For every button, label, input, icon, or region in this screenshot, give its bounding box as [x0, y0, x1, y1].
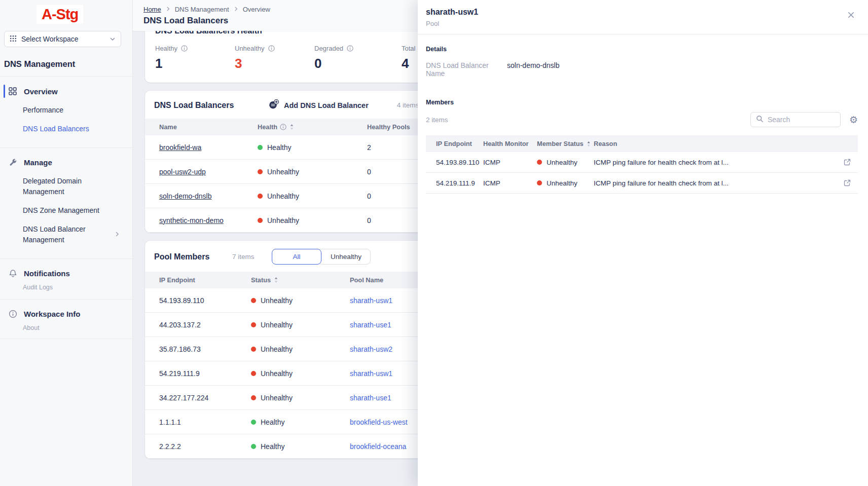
- stat-value: 0: [314, 56, 394, 71]
- pool-name-link[interactable]: brookfield-us-west: [350, 418, 408, 426]
- nav-head-label: Workspace Info: [24, 310, 80, 318]
- sort-icon[interactable]: [273, 277, 279, 283]
- sidebar-item-notifications[interactable]: Notifications: [0, 264, 132, 283]
- sidebar-item-delegated-domain-management[interactable]: Delegated Domain Management: [0, 172, 106, 201]
- lb-name-link[interactable]: pool-usw2-udp: [159, 168, 206, 176]
- info-icon[interactable]: [181, 45, 188, 52]
- grid-dots-icon: [10, 35, 17, 44]
- detail-row: DNS Load Balancer Name soln-demo-dnslb: [426, 61, 858, 78]
- stat-label: Healthy: [155, 45, 235, 52]
- sidebar-item-performance[interactable]: Performance: [0, 101, 132, 120]
- sidebar-item-workspace-info[interactable]: Workspace Info: [0, 305, 132, 323]
- info-icon[interactable]: [347, 45, 353, 52]
- column-health-monitor: Health Monitor: [483, 140, 537, 147]
- info-icon[interactable]: [268, 45, 275, 52]
- lb-name-link[interactable]: synthetic-mon-demo: [159, 216, 224, 225]
- close-icon[interactable]: [847, 11, 855, 19]
- nav-group-notifications: Notifications Audit Logs: [0, 259, 132, 299]
- pool-name-link[interactable]: sharath-usw2: [350, 345, 392, 353]
- sidebar-item-overview[interactable]: Overview: [0, 82, 132, 101]
- status-label: Unhealthy: [547, 179, 577, 187]
- sidebar-item-manage[interactable]: Manage: [0, 153, 132, 172]
- members-toolbar: 2 items ⚙: [426, 112, 858, 127]
- items-count: 2 items: [426, 116, 448, 124]
- details-heading: Details: [426, 46, 858, 53]
- sidebar-item-dns-load-balancers[interactable]: DNS Load Balancers: [0, 120, 132, 138]
- sidebar-item-audit-logs[interactable]: Audit Logs: [0, 283, 132, 294]
- info-icon[interactable]: [280, 124, 286, 130]
- sort-icon[interactable]: [289, 124, 295, 130]
- pool-name-link[interactable]: sharath-usw1: [350, 369, 392, 378]
- panel-header: sharath-usw1 Pool: [418, 0, 868, 34]
- health-status: Unhealthy: [258, 192, 367, 200]
- health-monitor: ICMP: [483, 179, 537, 187]
- detail-panel: sharath-usw1 Pool Details DNS Load Balan…: [418, 0, 868, 486]
- ip-endpoint: 54.193.89.110: [159, 296, 251, 305]
- status-dot: [251, 298, 256, 303]
- stat-label: Unhealthy: [235, 45, 314, 52]
- pool-name-link[interactable]: sharath-use1: [350, 394, 391, 402]
- pool-name-link[interactable]: sharath-use1: [350, 321, 391, 329]
- panel-body: Details DNS Load Balancer Name soln-demo…: [418, 46, 868, 194]
- nav-group-overview: Overview Performance DNS Load Balancers: [0, 77, 132, 147]
- column-status: Status: [251, 276, 350, 284]
- pool-name-link[interactable]: sharath-usw1: [350, 296, 392, 305]
- stat-value: 3: [235, 56, 314, 71]
- nav-head-label: Overview: [24, 87, 58, 96]
- items-count: 4 items: [397, 101, 419, 109]
- sidebar: A-Stg Select Workspace DNS Management Ov…: [0, 0, 133, 486]
- stat-label-text: Total: [402, 45, 415, 52]
- status-filter-toggle: All Unhealthy: [272, 249, 371, 265]
- workspace-selector[interactable]: Select Workspace: [4, 31, 121, 47]
- status-dot: [258, 169, 263, 174]
- status-label: Unhealthy: [267, 168, 299, 176]
- breadcrumb-dns-management[interactable]: DNS Management: [175, 6, 229, 13]
- app-logo: A-Stg: [37, 5, 83, 24]
- status-label: Unhealthy: [261, 296, 293, 305]
- lb-name-link[interactable]: soln-demo-dnslb: [159, 192, 212, 200]
- member-status: Unhealthy: [251, 296, 350, 305]
- gear-icon[interactable]: ⚙: [849, 115, 858, 125]
- search-box[interactable]: [750, 112, 841, 127]
- status-dot: [537, 180, 542, 185]
- add-dns-load-balancer-button[interactable]: Add DNS Load Balancer: [268, 99, 369, 111]
- reason-cell: ICMP ping failure for health check from …: [594, 179, 858, 187]
- detail-label: DNS Load Balancer Name: [426, 61, 507, 78]
- items-count: 7 items: [232, 253, 272, 260]
- reason-text: ICMP ping failure for health check from …: [594, 159, 729, 166]
- stat-value: 1: [155, 56, 235, 71]
- ip-endpoint: 44.203.137.2: [159, 321, 251, 329]
- bell-icon: [8, 269, 17, 278]
- add-button-label: Add DNS Load Balancer: [284, 101, 369, 109]
- status-dot: [258, 194, 263, 199]
- member-status: Unhealthy: [537, 159, 594, 166]
- wrench-icon: [8, 158, 17, 167]
- member-status: Healthy: [251, 442, 350, 451]
- breadcrumb-overview[interactable]: Overview: [243, 6, 270, 13]
- workspace-selector-label: Select Workspace: [21, 35, 79, 43]
- external-link-icon[interactable]: [839, 159, 851, 166]
- breadcrumb-home[interactable]: Home: [143, 6, 161, 13]
- pool-name-link[interactable]: brookfield-oceana: [350, 442, 406, 451]
- status-dot: [251, 395, 256, 400]
- filter-all-button[interactable]: All: [272, 249, 321, 265]
- search-input[interactable]: [768, 116, 835, 124]
- active-indicator-bar: [4, 308, 5, 320]
- filter-unhealthy-button[interactable]: Unhealthy: [318, 249, 371, 265]
- status-dot: [251, 444, 256, 449]
- health-status: Healthy: [258, 143, 367, 152]
- column-ip-endpoint: IP Endpoint: [436, 140, 483, 147]
- sort-icon[interactable]: [586, 141, 591, 147]
- ip-endpoint: 1.1.1.1: [159, 418, 251, 426]
- external-link-icon[interactable]: [839, 179, 851, 186]
- table-body: 54.193.89.110 ICMP Unhealthy ICMP ping f…: [426, 152, 858, 194]
- lb-name-link[interactable]: brookfield-wa: [159, 143, 201, 152]
- sidebar-item-dns-zone-management[interactable]: DNS Zone Management: [0, 201, 132, 220]
- info-circle-icon: [8, 310, 17, 318]
- sidebar-item-about[interactable]: About: [0, 323, 132, 334]
- sidebar-item-dns-load-balancer-management[interactable]: DNS Load Balancer Management: [0, 220, 132, 249]
- ip-endpoint: 2.2.2.2: [159, 442, 251, 451]
- ip-endpoint: 34.227.177.224: [159, 394, 251, 402]
- status-label: Healthy: [267, 143, 291, 152]
- column-reason: Reason: [594, 140, 858, 147]
